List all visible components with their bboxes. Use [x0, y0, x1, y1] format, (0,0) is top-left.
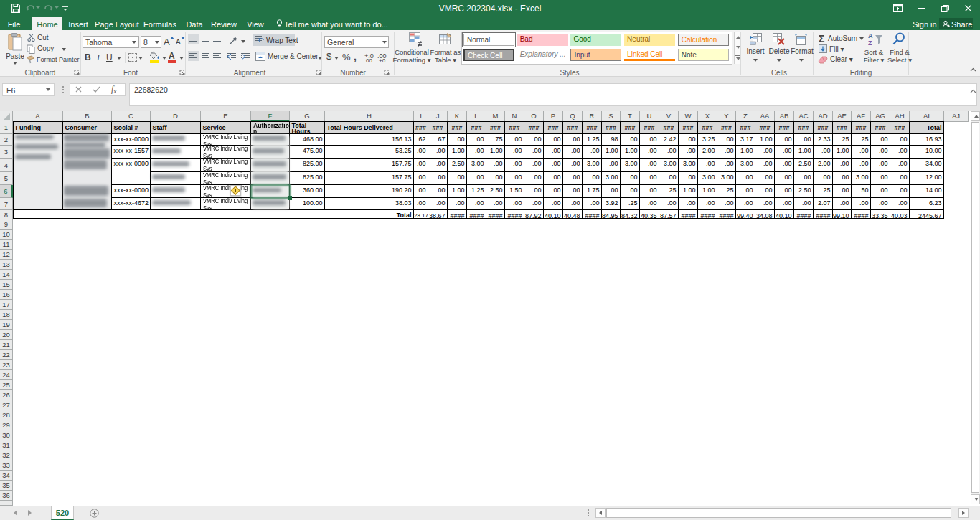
svg-text:Z: Z — [868, 39, 872, 46]
svg-text:A: A — [868, 32, 873, 39]
